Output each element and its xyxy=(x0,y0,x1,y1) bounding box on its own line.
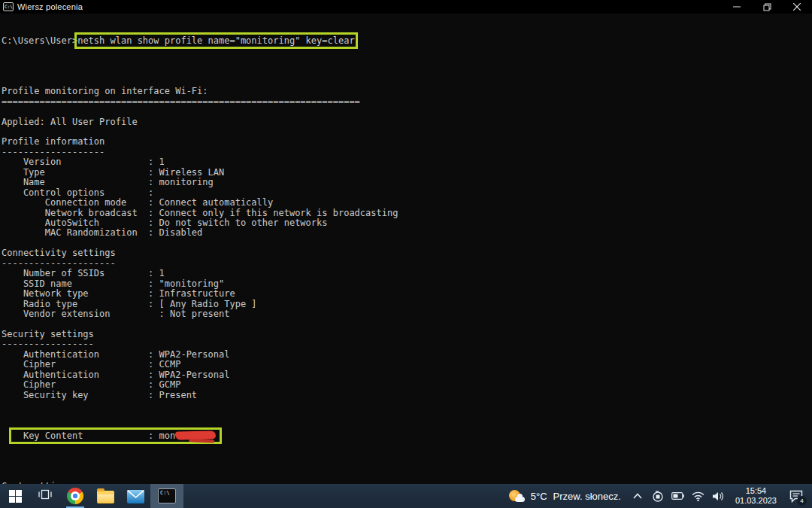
command-prompt-icon: C:\ xyxy=(158,488,176,503)
console-line: Network type : Infrastructure xyxy=(2,289,812,299)
weather-temperature: 5°C xyxy=(531,491,547,502)
mail-button[interactable] xyxy=(120,484,150,508)
task-view-icon xyxy=(38,488,52,503)
system-tray: 5°C Przew. słonecz. xyxy=(505,484,812,508)
file-explorer-button[interactable] xyxy=(90,484,120,508)
meet-now-button[interactable] xyxy=(651,489,665,503)
console-line: ----------------- xyxy=(2,339,812,349)
restore-icon xyxy=(763,3,771,11)
show-hidden-icons-button[interactable] xyxy=(631,489,644,503)
console-line: Security settings xyxy=(2,330,812,339)
minimize-button[interactable] xyxy=(722,0,752,14)
close-icon xyxy=(793,3,801,11)
start-button[interactable] xyxy=(0,484,30,508)
weather-condition: Przew. słonecz. xyxy=(553,491,621,502)
taskbar-clock[interactable]: 15:54 01.03.2023 xyxy=(732,486,780,506)
chrome-icon xyxy=(67,488,83,504)
console-line: Cipher : GCMP xyxy=(2,380,812,390)
console-line: Name : monitoring xyxy=(2,178,812,187)
console-line: Number of SSIDs : 1 xyxy=(2,269,812,278)
console-line: Cipher : CCMP xyxy=(2,360,812,370)
task-view-button[interactable] xyxy=(30,484,60,508)
network-button[interactable] xyxy=(692,489,705,503)
console-line: Radio type : [ Any Radio Type ] xyxy=(2,300,812,309)
mail-icon xyxy=(127,490,144,503)
console-line: Type : Wireless LAN xyxy=(2,168,812,178)
window-controls xyxy=(722,0,812,14)
taskbar: C:\ 5°C Przew. słonecz. xyxy=(0,484,812,508)
output-lines-after-key: Cost settings------------- Cost : Unrest… xyxy=(2,471,812,484)
console-line xyxy=(2,107,812,117)
key-content-label: Key Content : xyxy=(12,430,159,441)
console-line: SSID name : "monitoring" xyxy=(2,279,812,289)
key-content-highlight-box: Key Content : mon xyxy=(12,430,219,441)
command-line: C:\Users\User>netsh wlan show profile na… xyxy=(2,36,812,46)
chevron-up-icon xyxy=(633,493,642,499)
chrome-button[interactable] xyxy=(60,484,90,508)
key-line-prefix xyxy=(2,430,12,441)
console-line: Authentication : WPA2-Personal xyxy=(2,350,812,360)
close-button[interactable] xyxy=(782,0,812,14)
console-line: --------------------- xyxy=(2,259,812,269)
battery-button[interactable] xyxy=(671,489,685,503)
weather-sun-cloud-icon xyxy=(508,488,525,503)
windows-start-icon xyxy=(9,490,22,503)
console-line xyxy=(2,471,812,481)
cmd-window-icon: C:\ xyxy=(3,2,14,11)
console-line xyxy=(2,77,812,87)
restore-button[interactable] xyxy=(752,0,782,14)
console-line: Version : 1 xyxy=(2,157,812,167)
clock-date: 01.03.2023 xyxy=(735,496,777,506)
console-line: ========================================… xyxy=(2,97,812,107)
console-line xyxy=(2,320,812,330)
console-line: Applied: All User Profile xyxy=(2,117,812,127)
weather-widget[interactable]: 5°C Przew. słonecz. xyxy=(505,488,624,503)
desktop-screen: C:\ Wiersz polecenia xyxy=(0,0,812,508)
console-line: Connectivity settings xyxy=(2,248,812,258)
file-explorer-icon xyxy=(97,491,114,503)
volume-button[interactable] xyxy=(712,489,726,503)
console-line: AutoSwitch : Do not switch to other netw… xyxy=(2,218,812,228)
console-line: Profile information xyxy=(2,137,812,147)
output-lines-before-key: Profile monitoring on interface Wi-Fi:==… xyxy=(2,77,812,400)
console-line: Control options : xyxy=(2,188,812,198)
meet-now-icon xyxy=(652,490,664,502)
minimize-icon xyxy=(733,3,741,11)
console-line: Network broadcast : Connect only if this… xyxy=(2,208,812,218)
console-line xyxy=(2,127,812,137)
highlighted-command: netsh wlan show profile name="monitoring… xyxy=(77,35,354,46)
console-line xyxy=(2,239,812,248)
window-title: Wiersz polecenia xyxy=(17,2,83,11)
console-line: Authentication : WPA2-Personal xyxy=(2,370,812,380)
console-line: MAC Randomization : Disabled xyxy=(2,228,812,238)
prompt-text: C:\Users\User> xyxy=(2,35,77,46)
password-redaction-scribble xyxy=(175,430,216,440)
command-prompt-button[interactable]: C:\ xyxy=(150,484,183,508)
clock-time: 15:54 xyxy=(746,486,767,496)
console-line: ------------------- xyxy=(2,148,812,157)
key-content-visible-value: mon xyxy=(159,430,176,441)
console-line: Connection mode : Connect automatically xyxy=(2,198,812,208)
notification-count-badge: 4 xyxy=(797,496,807,506)
console-line: Vendor extension : Not present xyxy=(2,309,812,319)
action-center-button[interactable]: 4 xyxy=(786,487,806,505)
console-line: Security key : Present xyxy=(2,391,812,400)
wifi-icon xyxy=(692,491,704,501)
window-titlebar[interactable]: C:\ Wiersz polecenia xyxy=(0,0,812,14)
taskbar-app-buttons: C:\ xyxy=(0,484,183,508)
battery-icon xyxy=(671,492,684,500)
console-output[interactable]: C:\Users\User>netsh wlan show profile na… xyxy=(0,14,812,484)
console-line: Profile monitoring on interface Wi-Fi: xyxy=(2,87,812,96)
key-content-line: Key Content : mon xyxy=(2,431,812,441)
volume-icon xyxy=(713,491,725,501)
